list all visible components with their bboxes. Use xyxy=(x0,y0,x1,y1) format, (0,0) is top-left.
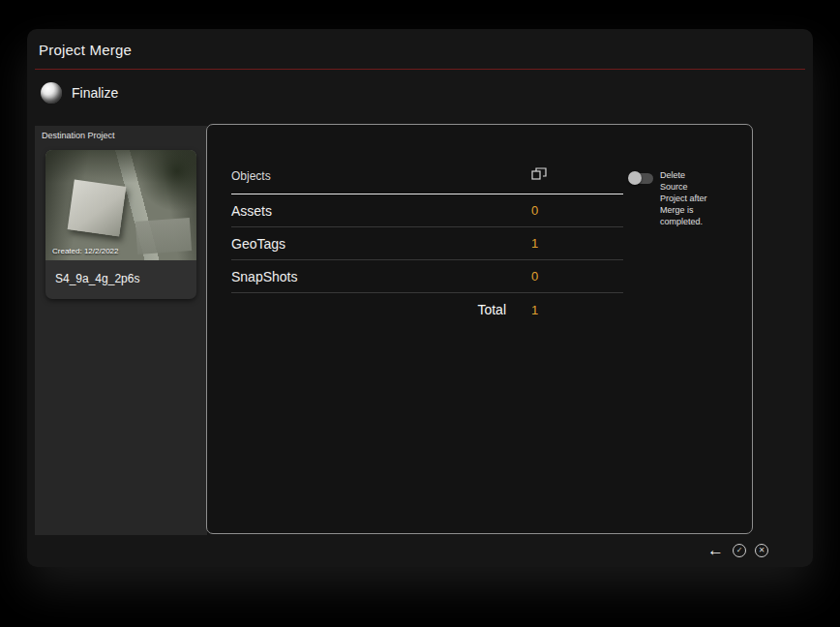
toggle-knob xyxy=(628,171,642,185)
row-label: Assets xyxy=(231,203,531,219)
total-value: 1 xyxy=(531,303,623,317)
created-date-label: Created: 12/2/2022 xyxy=(52,247,119,255)
project-merge-dialog: Project Merge Finalize Destination Proje… xyxy=(27,29,813,567)
objects-table-header: Objects xyxy=(231,162,623,194)
delete-source-label: Delete Source Project after Merge is com… xyxy=(660,169,710,227)
dialog-actions: ← ✓ ✕ xyxy=(707,544,768,557)
objects-table: Objects Assets 0 GeoTags 1 SnapShots 0 xyxy=(231,162,623,326)
back-button[interactable]: ← xyxy=(707,544,724,557)
row-value: 1 xyxy=(531,236,623,251)
row-value: 0 xyxy=(531,269,623,284)
row-label: GeoTags xyxy=(231,236,531,252)
cancel-button[interactable]: ✕ xyxy=(755,544,768,557)
finalize-step-icon xyxy=(41,82,62,104)
destination-project-card[interactable]: Created: 12/2/2022 S4_9a_4g_2p6s xyxy=(45,150,196,299)
table-row: Assets 0 xyxy=(231,194,623,227)
finalize-step: Finalize xyxy=(27,70,813,116)
total-label: Total xyxy=(231,302,531,317)
page-title: Project Merge xyxy=(39,42,801,58)
delete-source-toggle[interactable] xyxy=(630,173,653,184)
objects-count-column xyxy=(531,167,623,185)
titlebar: Project Merge xyxy=(27,29,813,67)
thumbnail-building-decoration xyxy=(68,179,127,236)
delete-source-option: Delete Source Project after Merge is com… xyxy=(630,169,744,227)
destination-project-panel: Destination Project Created: 12/2/2022 S… xyxy=(35,126,207,535)
merge-count-icon xyxy=(531,167,547,181)
table-row: GeoTags 1 xyxy=(231,227,623,260)
destination-project-thumbnail: Created: 12/2/2022 xyxy=(45,150,196,260)
table-total-row: Total 1 xyxy=(231,293,623,326)
thumbnail-trees-decoration xyxy=(136,150,196,212)
finalize-step-label: Finalize xyxy=(72,85,118,101)
merge-summary-panel: Objects Assets 0 GeoTags 1 SnapShots 0 xyxy=(206,124,753,534)
destination-project-label: Destination Project xyxy=(35,126,207,144)
thumbnail-lot-decoration xyxy=(135,218,192,254)
row-label: SnapShots xyxy=(231,269,531,284)
objects-header-label: Objects xyxy=(231,169,531,183)
table-row: SnapShots 0 xyxy=(231,260,623,293)
row-value: 0 xyxy=(531,203,623,218)
confirm-button[interactable]: ✓ xyxy=(733,544,746,557)
destination-project-name: S4_9a_4g_2p6s xyxy=(45,260,196,299)
